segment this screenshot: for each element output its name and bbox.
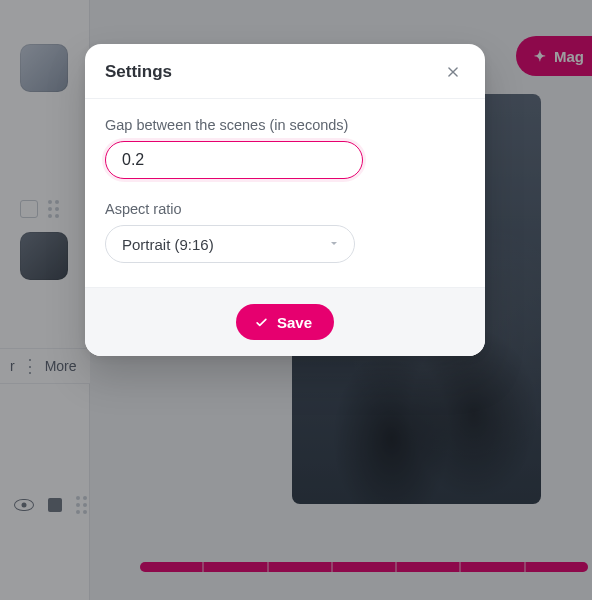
gap-input[interactable] bbox=[105, 141, 363, 179]
save-label: Save bbox=[277, 314, 312, 331]
aspect-select[interactable]: Portrait (9:16) bbox=[105, 225, 355, 263]
settings-modal: Settings Gap between the scenes (in seco… bbox=[85, 44, 485, 356]
gap-label: Gap between the scenes (in seconds) bbox=[105, 117, 465, 133]
check-icon bbox=[254, 315, 269, 330]
modal-footer: Save bbox=[85, 287, 485, 356]
modal-title: Settings bbox=[105, 62, 172, 82]
chevron-down-icon bbox=[328, 236, 340, 253]
aspect-label: Aspect ratio bbox=[105, 201, 465, 217]
close-icon bbox=[446, 65, 460, 79]
close-button[interactable] bbox=[441, 60, 465, 84]
modal-header: Settings bbox=[85, 44, 485, 99]
save-button[interactable]: Save bbox=[236, 304, 334, 340]
aspect-selected-value: Portrait (9:16) bbox=[122, 236, 214, 253]
modal-body: Gap between the scenes (in seconds) Aspe… bbox=[85, 99, 485, 287]
